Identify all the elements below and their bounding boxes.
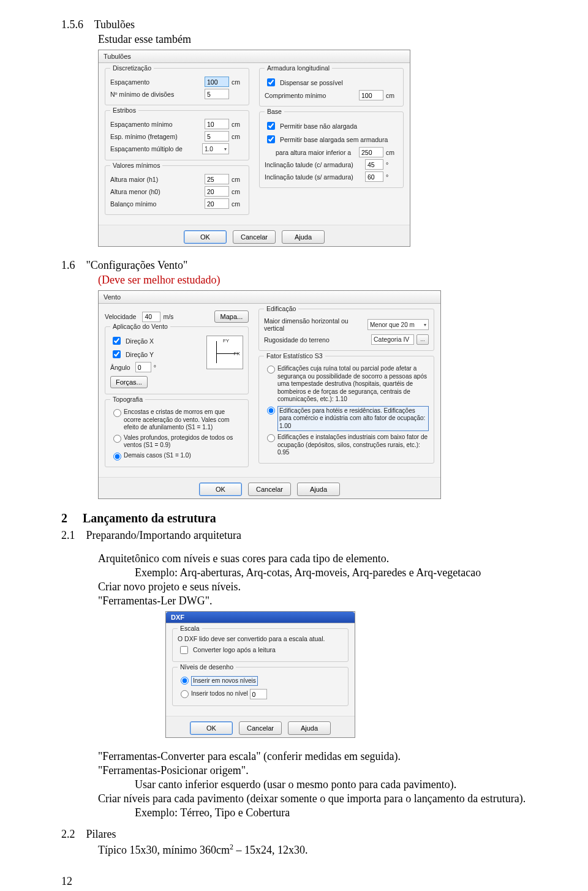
heading-num: 1.5.6	[61, 18, 83, 31]
velocidade-input[interactable]	[142, 312, 160, 322]
group-estribos: Estribos Espaçamento mínimocm Esp. mínim…	[105, 110, 249, 160]
heading-156: 1.5.6 Tubulões	[61, 18, 545, 31]
dialog-vento: Vento Velocidade m/s Mapa... Aplicação d…	[98, 290, 441, 499]
heading-16: 1.6 "Configurações Vento"	[61, 259, 545, 272]
body-21-l3: Criar novo projeto e seus níveis.	[98, 581, 545, 593]
forcas-button[interactable]: Forças...	[110, 376, 148, 388]
subtext-16: (Deve ser melhor estudado)	[98, 274, 545, 287]
compmin-input[interactable]	[359, 90, 383, 100]
s3-1-radio[interactable]	[267, 366, 275, 374]
heading-title: Tubulões	[94, 18, 135, 31]
topo2-radio[interactable]	[113, 435, 121, 443]
dirx-checkbox[interactable]	[113, 337, 121, 345]
body-21-l9: Exemplo: Térreo, Tipo e Cobertura	[135, 806, 545, 819]
body-21-l6: "Ferramentas-Posicionar origem".	[98, 764, 545, 777]
espmult-select[interactable]: 1.0	[202, 143, 229, 154]
ndiv-input[interactable]	[205, 89, 229, 99]
heading-2: 2 Lançamento da estrutura	[61, 511, 545, 525]
group-s3: Fator Estatístico S3 Edificações cuja ru…	[258, 356, 434, 464]
group-base: Base Permitir base não alargada Permitir…	[259, 111, 404, 188]
dialog-dxf: DXF Escala O DXF lido deve ser convertid…	[165, 611, 355, 739]
rugosidade-field[interactable]: Categoria IV	[371, 334, 414, 345]
cancel-button[interactable]: Cancelar	[248, 483, 291, 496]
body-21-l8: Criar níveis para cada pavimento (deixar…	[98, 792, 545, 805]
s3-3-radio[interactable]	[267, 434, 275, 442]
diry-checkbox[interactable]	[113, 350, 121, 358]
h1-input[interactable]	[205, 174, 229, 184]
ok-button[interactable]: OK	[184, 230, 227, 244]
dialog-title: Tubulões	[99, 50, 410, 63]
topo3-radio[interactable]	[113, 453, 121, 461]
help-button[interactable]: Ajuda	[282, 230, 325, 244]
button-bar: OK Cancelar Ajuda	[99, 477, 440, 498]
cancel-button[interactable]: Cancelar	[233, 230, 276, 244]
body-21-l5: "Ferramentas-Converter para escala" (con…	[98, 750, 545, 763]
group-title: Discretização	[110, 64, 154, 72]
angulo-input[interactable]	[135, 362, 151, 372]
group-niveis: Níveis de desenho Inserir em novos nívei…	[172, 667, 349, 707]
group-armlong: Armadura longitudinal Dispensar se possí…	[259, 68, 404, 107]
niv2-input[interactable]	[250, 689, 267, 699]
body-22-l1: Típico 15x30, mínimo 360cm2 – 15x24, 12x…	[98, 843, 545, 857]
subtext-156: Estudar esse também	[98, 33, 545, 46]
rugosidade-ellipsis[interactable]: ...	[417, 334, 429, 345]
dialog-title: Vento	[99, 291, 440, 304]
perm2-checkbox[interactable]	[267, 135, 275, 143]
body-21-l1: Arquitetônico com níveis e suas cores pa…	[98, 552, 545, 565]
espacamento-input[interactable]	[205, 77, 229, 87]
topo1-radio[interactable]	[113, 409, 121, 417]
body-21-l2: Exemplo: Arq-aberturas, Arq-cotas, Arq-m…	[135, 566, 545, 579]
niv2-radio[interactable]	[181, 690, 189, 698]
heading-21: 2.1 Preparando/Importando arquitetura	[61, 529, 545, 542]
disp-checkbox[interactable]	[267, 78, 275, 86]
espfret-input[interactable]	[205, 131, 229, 141]
maiordim-select[interactable]: Menor que 20 m	[368, 319, 429, 330]
help-button[interactable]: Ajuda	[297, 483, 340, 496]
group-escala: Escala O DXF lido deve ser convertido pa…	[172, 628, 349, 662]
group-topografia: Topografia Encostas e cristas de morros …	[105, 399, 249, 467]
help-button[interactable]: Ajuda	[288, 721, 331, 735]
group-discretizacao: Discretização Espaçamentocm Nº mínimo de…	[105, 68, 249, 105]
espmin-input[interactable]	[205, 119, 229, 129]
body-21-l7: Usar canto inferior esquerdo (usar o mes…	[135, 778, 545, 791]
converter-checkbox[interactable]	[180, 646, 188, 654]
ok-button[interactable]: OK	[199, 483, 242, 496]
ok-button[interactable]: OK	[190, 721, 233, 735]
perm2b-input[interactable]	[359, 147, 383, 157]
niv1-radio[interactable]	[181, 677, 189, 685]
group-edificacao: Edificação Maior dimensão horizontal ou …	[258, 309, 434, 351]
group-valmin: Valores mínimos Altura maior (h1)cm Altu…	[105, 165, 249, 215]
mapa-button[interactable]: Mapa...	[214, 310, 249, 323]
bal-input[interactable]	[205, 198, 229, 209]
cancel-button[interactable]: Cancelar	[239, 721, 282, 735]
h0-input[interactable]	[205, 186, 229, 197]
axes-diagram: FY FX	[206, 336, 243, 369]
dialog-tubuloes: Tubulões Discretização Espaçamentocm Nº …	[98, 50, 410, 247]
inc2-input[interactable]	[365, 171, 383, 182]
body-21-l4: "Ferramentas-Ler DWG".	[98, 595, 545, 607]
inc1-input[interactable]	[365, 159, 383, 170]
button-bar: OK Cancelar Ajuda	[166, 716, 355, 737]
page-number: 12	[61, 875, 545, 888]
perm1-checkbox[interactable]	[267, 122, 275, 130]
button-bar: OK Cancelar Ajuda	[99, 225, 410, 246]
group-aplicacao: Aplicação do Vento Direção X Direção Y Â…	[105, 326, 249, 394]
dialog-title: DXF	[166, 612, 355, 623]
s3-2-radio[interactable]	[267, 407, 275, 415]
heading-22: 2.2 Pilares	[61, 828, 545, 841]
